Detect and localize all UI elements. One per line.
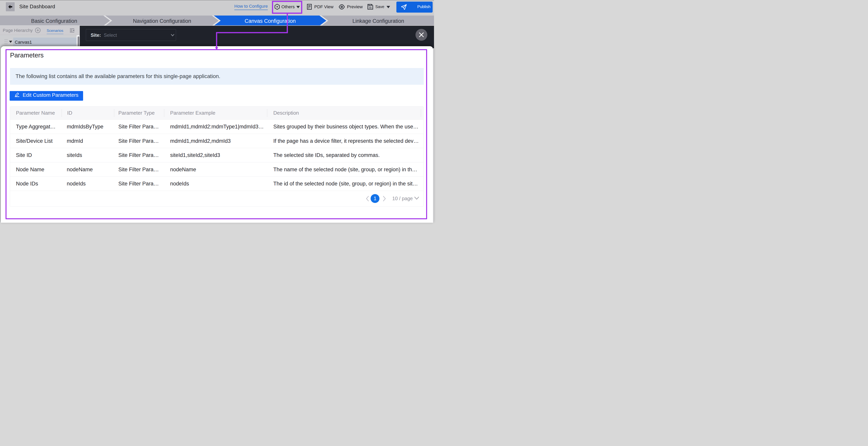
svg-text:Canvas Configuration: Canvas Configuration xyxy=(245,18,296,24)
svg-text:Basic Configuration: Basic Configuration xyxy=(31,18,77,24)
svg-text:Navigation Configuration: Navigation Configuration xyxy=(133,18,191,24)
svg-text:Linkage Configuration: Linkage Configuration xyxy=(352,18,404,24)
